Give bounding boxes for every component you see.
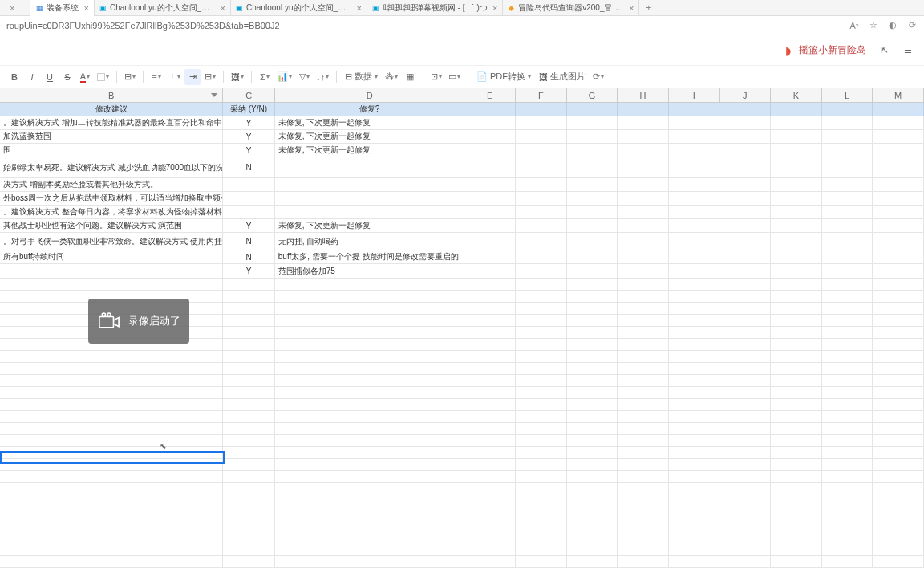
- cell-adopted[interactable]: Y: [223, 219, 275, 232]
- cell-fixed[interactable]: [275, 157, 464, 177]
- align-v-button[interactable]: ⊥: [166, 69, 183, 85]
- browser-tab-3[interactable]: ▣ 哔哩哔哩弹幕视频网 - [ ˙ ˙ )つ ×: [367, 0, 503, 16]
- col-header-h[interactable]: H: [618, 88, 669, 102]
- wrap-button[interactable]: ⇥: [184, 69, 201, 85]
- new-tab-button[interactable]: +: [639, 2, 658, 14]
- extension-icon[interactable]: ◐: [887, 20, 898, 31]
- cell-adopted[interactable]: [223, 206, 275, 218]
- cell-suggestion[interactable]: 所有buff持续时间: [0, 250, 223, 263]
- cell-fixed[interactable]: 未修复, 下次更新一起修复: [275, 130, 464, 143]
- cell-adopted[interactable]: [223, 192, 275, 205]
- table-row: [0, 411, 924, 423]
- underline-button[interactable]: U: [42, 69, 58, 85]
- pdf-convert-button[interactable]: 📄 PDF转换: [473, 71, 534, 83]
- url-text[interactable]: roupUin=c0DR3FUxhi99%252Fe7JlRllBg%253D%…: [6, 21, 849, 31]
- cell-fixed[interactable]: 无内挂, 自动喝药: [275, 233, 464, 250]
- merge-button[interactable]: ⊟: [202, 69, 218, 85]
- cell-suggestion[interactable]: 。建议解决方式 增加二转技能精准武器的最终直百分比和命中数值: [0, 116, 223, 129]
- more-button[interactable]: ⟳: [590, 69, 606, 85]
- strikethrough-button[interactable]: S: [59, 69, 75, 85]
- browser-tab-2[interactable]: ▣ ChanloonLyu的个人空间_哔哩哔 ×: [231, 0, 367, 16]
- data-menu[interactable]: ⊟ 数据: [342, 71, 381, 83]
- tab-label: 哔哩哔哩弹幕视频网 - [ ˙ ˙ )つ: [383, 2, 488, 14]
- formatting-toolbar: B I U S A ⊞ ≡ ⊥ ⇥ ⊟ 🖼 Σ 📊 ▽ ↓↑ ⊟ 数据 ⁂ ▦ …: [0, 66, 924, 88]
- col-header-g[interactable]: G: [567, 88, 618, 102]
- cell-suggestion[interactable]: 加洗蓝换范围: [0, 130, 223, 143]
- table-row: [0, 531, 924, 543]
- col-header-l[interactable]: L: [822, 88, 873, 102]
- cell-fixed[interactable]: [275, 206, 464, 218]
- close-icon[interactable]: ×: [492, 3, 497, 13]
- align-h-button[interactable]: ≡: [148, 69, 164, 85]
- cell-fixed[interactable]: [275, 178, 464, 191]
- cell-suggestion[interactable]: 始刷绿太卑易死。建议解决方式 减少洗血功能7000血以下的洗血成本。7000血以: [0, 157, 223, 177]
- cell-adopted[interactable]: N: [223, 157, 275, 177]
- col-header-b[interactable]: B: [0, 88, 223, 102]
- cell-suggestion[interactable]: 其他战士职业也有这个问题。建议解决方式 演范围: [0, 219, 223, 232]
- sort-button[interactable]: ↓↑: [314, 69, 331, 85]
- close-icon[interactable]: ×: [220, 3, 225, 13]
- cell-adopted[interactable]: N: [223, 233, 275, 250]
- cell-adopted[interactable]: Y: [223, 116, 275, 129]
- text-size-icon[interactable]: A»: [849, 20, 860, 31]
- table-row: [0, 435, 924, 447]
- fill-color-button[interactable]: [95, 69, 111, 85]
- star-icon[interactable]: ☆: [868, 20, 879, 31]
- cell-adopted[interactable]: Y: [223, 130, 275, 143]
- cell-adopted[interactable]: N: [223, 250, 275, 263]
- col-header-k[interactable]: K: [771, 88, 822, 102]
- table-row: [0, 556, 924, 568]
- borders-button[interactable]: ⊞: [122, 69, 138, 85]
- filter-button[interactable]: ▽: [296, 69, 312, 85]
- bold-button[interactable]: B: [6, 69, 22, 85]
- header-suggestion[interactable]: 修改建议: [0, 103, 223, 116]
- format-button[interactable]: ⁂: [383, 69, 400, 85]
- export-icon[interactable]: ⇱: [877, 44, 890, 57]
- col-header-d[interactable]: D: [275, 88, 465, 102]
- table-row: 始刷绿太卑易死。建议解决方式 减少洗血功能7000血以下的洗血成本。7000血以…: [0, 157, 924, 178]
- cell-fixed[interactable]: 范围擂似各加75: [275, 264, 464, 278]
- col-header-f[interactable]: F: [516, 88, 567, 102]
- header-fixed[interactable]: 修复?: [275, 103, 464, 116]
- close-icon[interactable]: ×: [83, 3, 88, 13]
- refresh-icon[interactable]: ⟳: [906, 20, 918, 31]
- col-header-i[interactable]: I: [669, 88, 720, 102]
- table-row: [0, 519, 924, 531]
- browser-tab-1[interactable]: ▣ ChanloonLyu的个人空间_哔哩哔 ×: [95, 0, 231, 16]
- italic-button[interactable]: I: [24, 69, 40, 85]
- text-color-button[interactable]: A: [77, 69, 93, 85]
- chart-button[interactable]: 📊: [274, 69, 294, 85]
- cell-suggestion[interactable]: 围: [0, 144, 223, 157]
- dropdown-button[interactable]: ▭: [446, 69, 463, 85]
- recording-text: 录像启动了: [128, 314, 180, 328]
- cell-adopted[interactable]: Y: [223, 264, 275, 278]
- validation-button[interactable]: ⊡: [428, 69, 444, 85]
- cell-fixed[interactable]: 未修复, 下次更新一起修复: [275, 219, 464, 232]
- col-header-m[interactable]: M: [873, 88, 924, 102]
- generate-image-button[interactable]: 🖼 生成图片: [536, 71, 589, 83]
- close-icon[interactable]: ×: [10, 3, 14, 13]
- cell-suggestion[interactable]: 。建议解决方式 整合每日内容，将寨求材料改为怪物掉落材料，节假日可增加一: [0, 206, 223, 218]
- cell-fixed[interactable]: buff太多, 需要一个个提 技能时间是修改需要重启的: [275, 250, 464, 263]
- cell-adopted[interactable]: [223, 178, 275, 191]
- close-icon[interactable]: ×: [629, 3, 634, 13]
- freeze-button[interactable]: ▦: [402, 69, 418, 85]
- cell-suggestion[interactable]: 。对弓手飞侠一类软血职业非常致命。建议解决方式 使用内挂，关闭攻击不停和: [0, 233, 223, 250]
- sum-button[interactable]: Σ: [257, 69, 273, 85]
- browser-tab-4[interactable]: ◆ 冒险岛代码查询器v200_冒险岛吧 ×: [503, 0, 639, 16]
- cell-fixed[interactable]: 未修复, 下次更新一起修复: [275, 116, 464, 129]
- cell-fixed[interactable]: [275, 192, 464, 205]
- menu-icon[interactable]: ☰: [902, 44, 914, 57]
- cell-suggestion[interactable]: 外boss周一次之后从抱武中领取材料，可以适当增加换取中频心所需材料数量: [0, 192, 223, 205]
- insert-image-button[interactable]: 🖼: [229, 69, 246, 85]
- col-header-e[interactable]: E: [464, 88, 516, 102]
- header-adopted[interactable]: 采纳 (Y/N): [223, 103, 275, 116]
- browser-tab-0[interactable]: ▦ 装备系统 ×: [30, 0, 94, 16]
- close-icon[interactable]: ×: [356, 3, 361, 13]
- col-header-c[interactable]: C: [223, 88, 275, 102]
- cell-fixed[interactable]: 未修复, 下次更新一起修复: [275, 144, 464, 157]
- cell-suggestion[interactable]: [0, 264, 223, 278]
- cell-adopted[interactable]: Y: [223, 144, 275, 157]
- cell-suggestion[interactable]: 决方式 增副本奖励经脸或着其他升级方式。: [0, 178, 223, 191]
- col-header-j[interactable]: J: [720, 88, 772, 102]
